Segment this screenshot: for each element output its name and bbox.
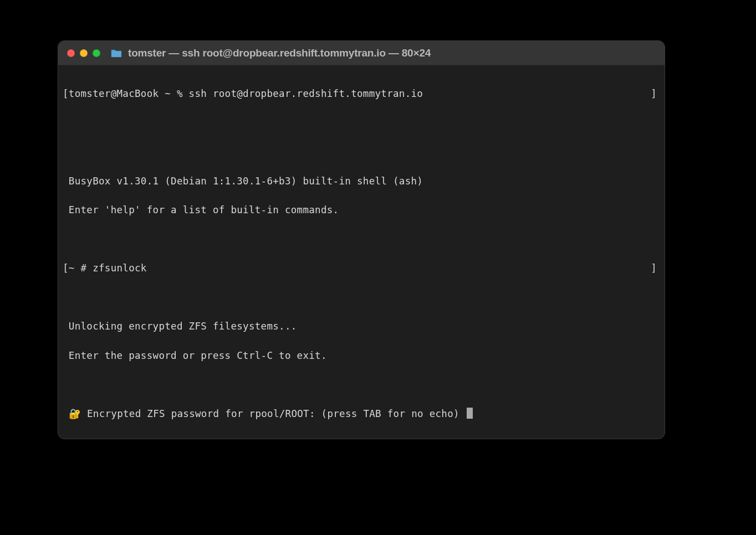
bracket-close: ] xyxy=(651,86,660,101)
cursor xyxy=(467,408,473,419)
bracket-close: ] xyxy=(651,261,660,275)
window-title: tomster — ssh root@dropbear.redshift.tom… xyxy=(128,47,431,59)
blank-line xyxy=(60,290,662,305)
traffic-lights xyxy=(67,49,100,57)
bracket-open: [ xyxy=(63,263,69,274)
prompt-line-2: [~ # zfsunlock] xyxy=(60,261,662,275)
lock-icon: 🔐 xyxy=(69,408,81,419)
close-button[interactable] xyxy=(67,49,75,57)
busybox-help: Enter 'help' for a list of built-in comm… xyxy=(60,203,662,217)
terminal-content[interactable]: [tomster@MacBook ~ % ssh root@dropbear.r… xyxy=(58,65,665,439)
zfsunlock-command: ~ # zfsunlock xyxy=(69,263,147,274)
folder-icon xyxy=(110,48,122,58)
minimize-button[interactable] xyxy=(80,49,88,57)
password-prompt-text: Encrypted ZFS password for rpool/ROOT: (… xyxy=(81,408,466,419)
title-bar[interactable]: tomster — ssh root@dropbear.redshift.tom… xyxy=(58,41,665,65)
prompt-line-1: [tomster@MacBook ~ % ssh root@dropbear.r… xyxy=(60,86,662,101)
busybox-version: BusyBox v1.30.1 (Debian 1:1.30.1-6+b3) b… xyxy=(60,174,662,188)
blank-line xyxy=(60,377,662,392)
unlock-instruction: Enter the password or press Ctrl-C to ex… xyxy=(60,348,662,363)
terminal-window: tomster — ssh root@dropbear.redshift.tom… xyxy=(58,40,665,439)
blank-line xyxy=(60,232,662,246)
password-prompt-line: 🔐 Encrypted ZFS password for rpool/ROOT:… xyxy=(60,407,662,421)
ssh-command: tomster@MacBook ~ % ssh root@dropbear.re… xyxy=(69,88,423,99)
unlock-message: Unlocking encrypted ZFS filesystems... xyxy=(60,319,662,333)
bracket-open: [ xyxy=(63,88,69,99)
blank-line xyxy=(60,116,662,130)
maximize-button[interactable] xyxy=(93,49,100,57)
blank-line xyxy=(60,145,662,159)
